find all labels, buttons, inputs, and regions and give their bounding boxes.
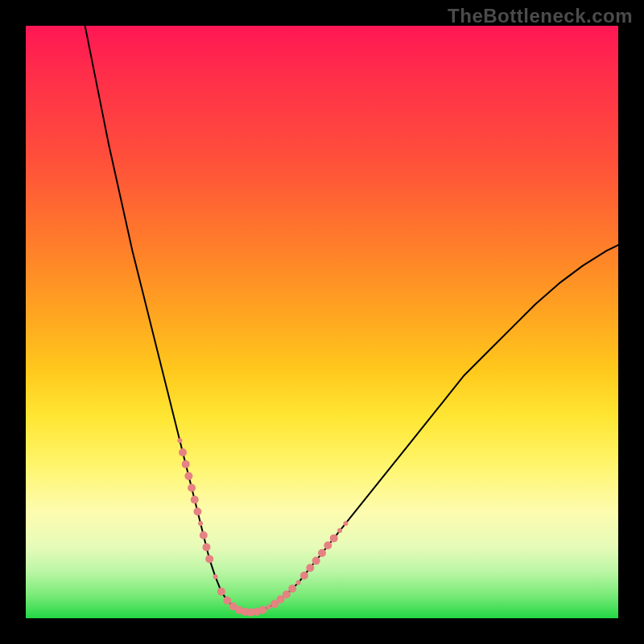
highlight-dot (184, 472, 192, 480)
highlight-dot (296, 580, 301, 585)
highlight-dots (177, 438, 348, 616)
highlight-dot (288, 584, 296, 592)
highlight-dot (266, 605, 271, 609)
highlight-dot (283, 591, 291, 599)
highlight-dot (205, 555, 213, 563)
highlight-dot (318, 549, 326, 557)
highlight-dot (312, 557, 320, 565)
highlight-dot (330, 535, 338, 543)
watermark-text: TheBottleneck.com (448, 5, 633, 27)
highlight-dot (258, 606, 266, 614)
highlight-dot (337, 528, 342, 533)
highlight-dot (306, 564, 314, 572)
highlight-dot (191, 496, 199, 504)
highlight-dot (200, 531, 208, 539)
plot-area (26, 26, 618, 618)
highlight-dot (300, 572, 308, 580)
highlight-dot (188, 484, 196, 492)
highlight-dot (223, 597, 231, 605)
highlight-dot (182, 460, 190, 469)
highlight-dot (202, 543, 210, 551)
highlight-dot (193, 508, 201, 516)
bottleneck-curve (85, 26, 618, 613)
highlight-dot (198, 521, 203, 526)
highlight-dot (179, 448, 187, 456)
highlight-dot (213, 574, 218, 579)
highlight-dot (217, 588, 225, 596)
highlight-dot (324, 541, 332, 549)
highlight-dot (343, 521, 348, 526)
highlight-dot (177, 438, 182, 443)
curve-svg (26, 26, 618, 618)
chart-frame: TheBottleneck.com (0, 0, 644, 644)
